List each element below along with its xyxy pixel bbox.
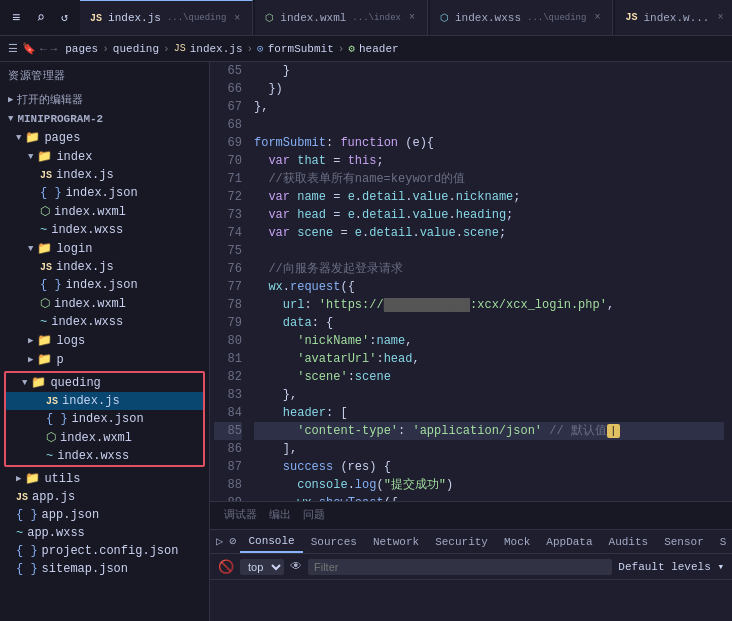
breadcrumb-formsubmit[interactable]: formSubmit — [268, 43, 334, 55]
breadcrumb-queding[interactable]: queding — [113, 43, 159, 55]
eye-icon[interactable]: 👁 — [290, 559, 302, 574]
console-stop-icon[interactable]: ⊘ — [229, 534, 236, 549]
sidebar-item-login-json[interactable]: { } index.json — [0, 276, 209, 294]
console-tab-console[interactable]: Console — [240, 530, 302, 553]
sidebar-item-p[interactable]: ▶ 📁 p — [0, 350, 209, 369]
panel-tab-output[interactable]: 编出 — [263, 502, 297, 529]
tab-bar: JS index.js ...\queding × ⬡ index.wxml .… — [80, 0, 732, 35]
panel-tab-debugger[interactable]: 调试器 — [218, 502, 263, 529]
sidebar-item-queding-js[interactable]: JS index.js — [6, 392, 203, 410]
wxss-file-icon: ⬡ — [440, 12, 449, 24]
panel-tabs: 调试器 编出 问题 — [210, 502, 732, 530]
refresh-icon[interactable]: ↺ — [57, 8, 72, 27]
sidebar-item-login-js[interactable]: JS index.js — [0, 258, 209, 276]
tab-indexwxss-close[interactable]: × — [592, 11, 602, 24]
project-section[interactable]: ▼ MINIPROGRAM-2 — [0, 110, 209, 128]
sidebar-item-index-json[interactable]: { } index.json — [0, 184, 209, 202]
forward-icon[interactable]: → — [51, 43, 58, 55]
sidebar-item-sitemap[interactable]: { } sitemap.json — [0, 560, 209, 578]
queding-json-label: index.json — [72, 412, 144, 426]
back-icon[interactable]: ← — [40, 43, 47, 55]
sidebar-item-queding-wxml[interactable]: ⬡ index.wxml — [6, 428, 203, 447]
app-json-label: app.json — [42, 508, 100, 522]
context-selector[interactable]: top — [240, 559, 284, 575]
console-tab-appdata[interactable]: AppData — [538, 530, 600, 553]
p-label: p — [56, 353, 63, 367]
sidebar-item-index-wxss[interactable]: ~ index.wxss — [0, 221, 209, 239]
project-label: MINIPROGRAM-2 — [17, 113, 103, 125]
open-editors-section[interactable]: ▶ 打开的编辑器 — [0, 89, 209, 110]
code-content[interactable]: } }) }, formSubmit: function (e){ var th… — [246, 62, 732, 501]
top-toolbar: ≡ ⌕ ↺ JS index.js ...\queding × ⬡ index.… — [0, 0, 732, 36]
sitemap-icon: { } — [16, 562, 38, 576]
sidebar-item-pages[interactable]: ▼ 📁 pages — [0, 128, 209, 147]
breadcrumb: ☰ 🔖 ← → pages › queding › JS index.js › … — [0, 36, 732, 62]
tab-indexxml-path: ...\index — [352, 13, 401, 23]
code-editor[interactable]: 65 66 67 68 69 70 71 72 73 74 75 76 77 7… — [210, 62, 732, 501]
tab-indexxml-close[interactable]: × — [407, 11, 417, 24]
sidebar-item-app-js[interactable]: JS app.js — [0, 488, 209, 506]
sidebar-item-login-wxss[interactable]: ~ index.wxss — [0, 313, 209, 331]
queding-json-icon: { } — [46, 412, 68, 426]
tab-indexxml[interactable]: ⬡ index.wxml ...\index × — [255, 0, 428, 35]
breadcrumb-arr-3: › — [247, 43, 254, 55]
app-js-label: app.js — [32, 490, 75, 504]
no-entry-icon[interactable]: 🚫 — [218, 559, 234, 575]
console-tab-sensor[interactable]: Sensor — [656, 530, 712, 553]
console-tab-sources[interactable]: Sources — [303, 530, 365, 553]
tab-indexjs[interactable]: JS index.js ...\queding × — [80, 0, 253, 35]
sidebar-item-app-json[interactable]: { } app.json — [0, 506, 209, 524]
index-label: index — [56, 150, 92, 164]
breadcrumb-header[interactable]: header — [359, 43, 399, 55]
sidebar-item-project-config[interactable]: { } project.config.json — [0, 542, 209, 560]
list-icon[interactable]: ☰ — [8, 42, 18, 55]
sidebar-item-queding-wxss[interactable]: ~ index.wxss — [6, 447, 203, 465]
sidebar-item-index-js[interactable]: JS index.js — [0, 166, 209, 184]
line-numbers: 65 66 67 68 69 70 71 72 73 74 75 76 77 7… — [210, 62, 246, 501]
login-json-label: index.json — [66, 278, 138, 292]
queding-wxml-label: index.wxml — [60, 431, 132, 445]
utils-arrow: ▶ — [16, 473, 21, 484]
logs-label: logs — [56, 334, 85, 348]
tab-indexwxss[interactable]: ⬡ index.wxss ...\queding × — [430, 0, 613, 35]
indexw-file-icon: JS — [625, 12, 637, 23]
menu-icon[interactable]: ≡ — [8, 8, 24, 28]
console-tab-security[interactable]: Security — [427, 530, 496, 553]
bookmark-icon[interactable]: 🔖 — [22, 42, 36, 55]
console-tab-storage[interactable]: Storag — [712, 530, 726, 553]
sidebar-item-login[interactable]: ▼ 📁 login — [0, 239, 209, 258]
breadcrumb-icons: ☰ 🔖 ← → — [8, 42, 57, 55]
tab-indexw-close[interactable]: × — [715, 11, 725, 24]
login-json-icon: { } — [40, 278, 62, 292]
sidebar-item-index[interactable]: ▼ 📁 index — [0, 147, 209, 166]
app-wxss-icon: ~ — [16, 526, 23, 540]
filter-input[interactable] — [308, 559, 612, 575]
console-tab-network[interactable]: Network — [365, 530, 427, 553]
sidebar-item-queding[interactable]: ▼ 📁 queding — [6, 373, 203, 392]
console-tab-audits[interactable]: Audits — [601, 530, 657, 553]
sidebar-item-queding-json[interactable]: { } index.json — [6, 410, 203, 428]
p-folder-icon: 📁 — [37, 352, 52, 367]
default-levels[interactable]: Default levels ▾ — [618, 560, 724, 573]
sidebar-item-app-wxss[interactable]: ~ app.wxss — [0, 524, 209, 542]
console-tab-mock[interactable]: Mock — [496, 530, 538, 553]
sidebar-item-index-wxml[interactable]: ⬡ index.wxml — [0, 202, 209, 221]
breadcrumb-indexjs[interactable]: index.js — [190, 43, 243, 55]
sidebar-item-login-wxml[interactable]: ⬡ index.wxml — [0, 294, 209, 313]
tab-indexw[interactable]: JS index.w... × — [615, 0, 732, 35]
tab-indexjs-close[interactable]: × — [232, 12, 242, 25]
search-icon[interactable]: ⌕ — [32, 7, 48, 28]
sidebar-item-utils[interactable]: ▶ 📁 utils — [0, 469, 209, 488]
login-wxml-label: index.wxml — [54, 297, 126, 311]
console-block-icon[interactable]: ▷ — [216, 534, 223, 549]
breadcrumb-pages[interactable]: pages — [65, 43, 98, 55]
open-editors-arrow: ▶ — [8, 94, 13, 105]
breadcrumb-js-icon: JS — [174, 43, 186, 54]
console-toolbar: 🚫 top 👁 Default levels ▾ — [210, 554, 732, 580]
app-wxss-label: app.wxss — [27, 526, 85, 540]
panel-tab-problems[interactable]: 问题 — [297, 502, 331, 529]
sidebar-item-logs[interactable]: ▶ 📁 logs — [0, 331, 209, 350]
index-json-label: index.json — [66, 186, 138, 200]
breadcrumb-prop-icon: ⚙ — [348, 42, 355, 55]
sidebar: 资源管理器 ▶ 打开的编辑器 ▼ MINIPROGRAM-2 ▼ 📁 pages… — [0, 62, 210, 621]
